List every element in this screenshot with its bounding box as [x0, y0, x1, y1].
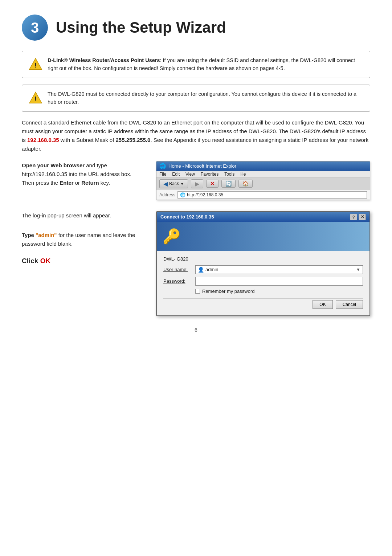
ok-button[interactable]: OK [313, 300, 332, 309]
menu-view[interactable]: View [185, 172, 195, 177]
ie-addressbar: Address 🌐 http://192.168.0.35 [156, 190, 370, 200]
body-part2: with a Subnet Mask of [59, 137, 116, 143]
type-admin-text: Type "admin" for the user name and leave… [22, 231, 145, 248]
enter-key: Enter [60, 180, 73, 186]
back-label: Back [169, 181, 179, 186]
stop-button[interactable]: ✕ [206, 180, 219, 188]
browser-section: Open your Web browser and type http://19… [22, 161, 370, 200]
ok-text: OK [40, 257, 51, 265]
menu-help[interactable]: He [240, 172, 246, 177]
login-section: The log-in pop-up screen will appear. Ty… [22, 211, 370, 316]
address-input[interactable]: 🌐 http://192.168.0.35 [177, 191, 367, 199]
dropdown-arrow-icon: ▼ [356, 267, 360, 272]
or-text: or [74, 180, 82, 186]
password-label: Password: [163, 278, 192, 284]
login-dialog: Connect to 192.168.0.35 ? ✕ 🔑 DWL- G820 … [156, 211, 370, 316]
body-subnet: 255.255.255.0 [116, 137, 151, 143]
password-field: Password: [163, 277, 363, 286]
and-type: and type [85, 162, 107, 168]
remember-password[interactable]: Remember my password [195, 289, 363, 294]
return-key: Return [81, 180, 99, 186]
menu-tools[interactable]: Tools [224, 172, 234, 177]
login-body: DWL- G820 User name: 👤 admin ▼ Password:… [157, 251, 369, 315]
address-globe-icon: 🌐 [180, 192, 185, 197]
browser-right: 🌐 Home - Microsoft Internet Explor File … [156, 161, 370, 200]
login-titlebar: Connect to 192.168.0.35 ? ✕ [157, 212, 369, 222]
device-name: DWL- G820 [163, 256, 363, 262]
stop-icon: ✕ [210, 181, 215, 187]
ie-toolbar: ◀ Back ▼ ▶ ✕ 🔄 🏠 [156, 178, 370, 190]
ie-menubar: File Edit View Favorites Tools He [156, 171, 370, 178]
dialog-title: Connect to 192.168.0.35 [160, 214, 214, 220]
type-bold: Type [22, 232, 36, 238]
click-ok-label: Click OK [22, 255, 145, 266]
back-arrow-icon: ◀ [163, 180, 168, 187]
username-input[interactable]: 👤 admin ▼ [195, 265, 363, 274]
address-label: Address [159, 192, 175, 197]
click-text: Click [22, 257, 40, 265]
ie-titlebar: 🌐 Home - Microsoft Internet Explor [156, 162, 370, 171]
forward-button[interactable]: ▶ [191, 179, 203, 188]
warning-icon-1: ! [29, 57, 42, 71]
username-value: admin [205, 267, 218, 272]
warning-box-1: ! D-Link® Wireless Router/Access Point U… [22, 51, 370, 78]
key-text: key. [99, 180, 110, 186]
warning-text-1: D-Link® Wireless Router/Access Point Use… [48, 56, 363, 73]
back-dropdown-icon: ▼ [180, 182, 184, 186]
menu-favorites[interactable]: Favorites [201, 172, 219, 177]
password-input[interactable] [195, 277, 363, 286]
open-browser-bold: Open your Web browser [22, 162, 85, 168]
cancel-button[interactable]: Cancel [336, 300, 363, 309]
username-label: User name: [163, 267, 192, 272]
forward-icon: ▶ [195, 180, 199, 187]
home-button[interactable]: 🏠 [238, 180, 253, 188]
body-paragraph: Connect a standard Ethernet cable from t… [22, 118, 370, 153]
browser-url: http://192.168.0.35 [22, 171, 67, 177]
page-number: 6 [22, 327, 370, 333]
username-field: User name: 👤 admin ▼ [163, 265, 363, 274]
dialog-help-button[interactable]: ? [350, 214, 357, 220]
address-url-value: http://192.168.0.35 [187, 192, 223, 197]
browser-left: Open your Web browser and type http://19… [22, 161, 145, 187]
warning-box-2: ! The DWL-G820 must be connected directl… [22, 85, 370, 112]
key-icon: 🔑 [163, 228, 181, 245]
menu-file[interactable]: File [159, 172, 166, 177]
step-number: 3 [31, 20, 39, 36]
ie-globe-icon: 🌐 [159, 163, 166, 169]
remember-checkbox[interactable] [195, 289, 200, 294]
login-banner: 🔑 [157, 222, 369, 251]
body-ip: 192.168.0.35 [27, 137, 59, 143]
dialog-close-button[interactable]: ✕ [359, 214, 366, 220]
page-header: 3 Using the Setup Wizard [22, 15, 370, 41]
ie-window: 🌐 Home - Microsoft Internet Explor File … [156, 161, 370, 200]
remember-label: Remember my password [202, 289, 255, 294]
titlebar-buttons: ? ✕ [350, 214, 366, 220]
step-circle: 3 [22, 15, 48, 41]
warning-text-2: The DWL-G820 must be connected directly … [48, 90, 363, 106]
warning-icon-2: ! [29, 91, 42, 105]
login-popup-text: The log-in pop-up screen will appear. [22, 211, 145, 220]
refresh-icon: 🔄 [225, 181, 232, 187]
svg-text:!: ! [34, 95, 37, 102]
login-buttons: OK Cancel [163, 298, 363, 309]
login-right: Connect to 192.168.0.35 ? ✕ 🔑 DWL- G820 … [156, 211, 370, 316]
user-icon: 👤 [198, 267, 204, 273]
page-title: Using the Setup Wizard [56, 19, 226, 36]
ie-title: Home - Microsoft Internet Explor [168, 163, 236, 169]
warning1-bold: D-Link® Wireless Router/Access Point Use… [48, 57, 160, 63]
home-icon: 🏠 [242, 181, 249, 187]
admin-value: "admin" [36, 232, 57, 238]
menu-edit[interactable]: Edit [172, 172, 180, 177]
svg-text:!: ! [34, 61, 37, 69]
browser-instruction: Open your Web browser and type http://19… [22, 161, 145, 187]
refresh-button[interactable]: 🔄 [221, 180, 236, 188]
login-left: The log-in pop-up screen will appear. Ty… [22, 211, 145, 266]
back-button[interactable]: ◀ Back ▼ [159, 179, 188, 188]
